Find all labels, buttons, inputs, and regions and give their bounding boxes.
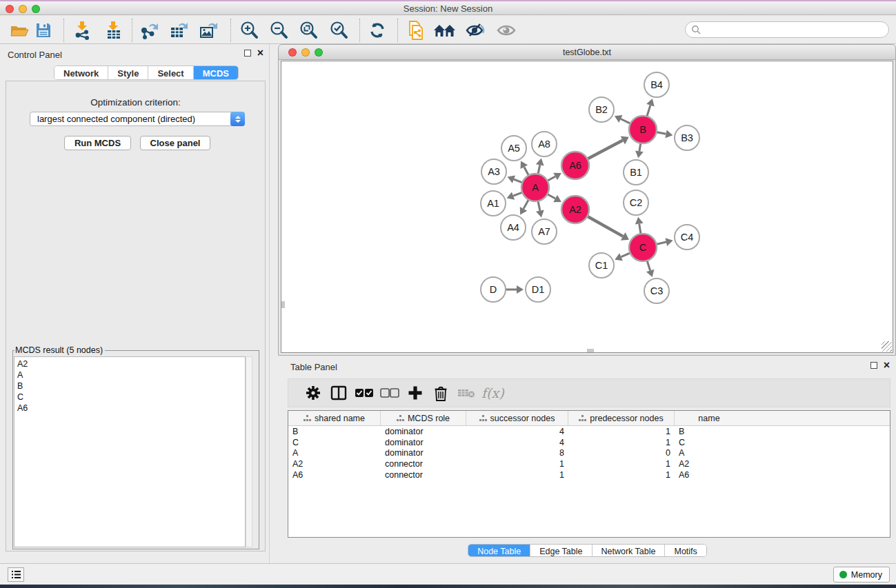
node-table-rows: Bdominator 41 B Cdominator 41 C Adominat…: [288, 426, 890, 480]
search-input[interactable]: [704, 23, 888, 36]
float-panel-icon[interactable]: [244, 50, 251, 57]
zoom-in-button[interactable]: [237, 19, 261, 41]
column-header-name[interactable]: name: [675, 411, 744, 425]
column-type-icon: [303, 415, 311, 422]
search-field[interactable]: [685, 21, 889, 38]
show-panels-button[interactable]: [8, 567, 24, 582]
graph-node-label: C4: [681, 232, 694, 243]
table-row[interactable]: A6connector 11 A6: [288, 469, 890, 480]
graph-arrowhead: [536, 159, 544, 166]
mcds-result-item[interactable]: A2: [17, 358, 245, 369]
show-all-button[interactable]: [495, 19, 518, 41]
network-window-title: testGlobe.txt: [279, 48, 895, 57]
export-network-button[interactable]: [138, 19, 161, 41]
import-table-button[interactable]: [102, 19, 126, 41]
tab-select[interactable]: Select: [148, 66, 193, 79]
tab-style[interactable]: Style: [108, 66, 148, 79]
mcds-result-list[interactable]: A2 A B C A6: [14, 356, 246, 547]
graph-arrowhead: [635, 217, 644, 225]
column-header-mcds-role[interactable]: MCDS role: [381, 411, 466, 425]
home-button[interactable]: [433, 19, 457, 41]
network-window-titlebar[interactable]: testGlobe.txt: [279, 45, 895, 60]
network-canvas[interactable]: B4B2BB3B1A5A8A6A3AA1A2C2A4A7CC4C1C3DD1: [281, 61, 893, 353]
toolbar-separator: [132, 19, 132, 42]
select-all-columns-button[interactable]: [351, 383, 377, 403]
list-icon: [12, 571, 21, 578]
mcds-result-item[interactable]: B: [17, 381, 245, 392]
column-header-successor-nodes[interactable]: successor nodes: [466, 411, 568, 425]
criterion-dropdown-value: largest connected component (directed): [30, 114, 230, 124]
export-image-button[interactable]: [197, 19, 221, 41]
table-row[interactable]: A2connector 11 A2: [288, 458, 890, 469]
memory-label: Memory: [851, 570, 882, 580]
column-type-icon: [397, 415, 404, 422]
optimization-criterion-label: Optimization criterion:: [6, 97, 265, 108]
memory-status-icon: [839, 571, 847, 578]
unselect-all-columns-button[interactable]: [377, 383, 402, 403]
table-row[interactable]: Adominator 80 A: [288, 448, 890, 459]
close-panel-button[interactable]: Close panel: [140, 136, 210, 150]
zoom-fit-icon: [299, 21, 318, 40]
function-builder-button[interactable]: f(x): [481, 385, 504, 401]
tab-mcds[interactable]: MCDS: [194, 66, 238, 79]
run-mcds-button[interactable]: Run MCDS: [64, 136, 131, 150]
table-row[interactable]: Bdominator 41 B: [288, 426, 890, 437]
tab-edge-table[interactable]: Edge Table: [530, 545, 592, 556]
dropdown-stepper-icon: [230, 112, 245, 126]
tab-network-table[interactable]: Network Table: [593, 545, 666, 556]
window-titlebar: Session: New Session: [0, 0, 896, 15]
mcds-result-item[interactable]: A6: [17, 403, 245, 414]
zoom-selected-icon: [329, 21, 348, 40]
zoom-in-icon: [239, 21, 259, 40]
memory-button[interactable]: Memory: [833, 567, 890, 582]
duplicate-network-button[interactable]: [404, 19, 428, 41]
column-header-shared-name[interactable]: shared name: [288, 411, 381, 425]
export-network-icon: [139, 21, 160, 40]
table-settings-button[interactable]: [300, 383, 326, 403]
zoom-out-button[interactable]: [267, 19, 290, 41]
close-table-panel-icon[interactable]: ×: [884, 362, 890, 369]
hide-selected-button[interactable]: [464, 19, 487, 41]
mcds-list-scrollbar[interactable]: [246, 356, 252, 547]
graph-edge-A2-C: [586, 216, 624, 236]
toolbar-separator: [230, 19, 231, 42]
graph-node-label: B: [639, 124, 646, 135]
mcds-result-item[interactable]: A: [17, 369, 245, 381]
control-panel-title: Control Panel: [8, 50, 62, 60]
toolbar-separator: [63, 19, 64, 42]
delete-column-button[interactable]: [428, 383, 453, 403]
desktop-wallpaper-strip: [0, 585, 896, 588]
import-network-button[interactable]: [71, 19, 94, 41]
tab-motifs[interactable]: Motifs: [665, 545, 706, 556]
delete-table-button[interactable]: [453, 383, 479, 403]
graph-arrowhead: [665, 238, 673, 246]
tab-node-table[interactable]: Node Table: [468, 545, 530, 556]
show-column-panel-button[interactable]: [326, 383, 351, 403]
mcds-result-box: MCDS result (5 nodes) A2 A B C A6: [12, 345, 259, 549]
zoom-out-icon: [269, 21, 288, 40]
checked-checkboxes-icon: [355, 388, 374, 398]
window-resize-grip[interactable]: [882, 341, 892, 352]
close-panel-icon[interactable]: ×: [257, 50, 263, 57]
refresh-icon: [368, 21, 387, 40]
column-header-predecessor-nodes[interactable]: predecessor nodes: [568, 411, 675, 425]
tab-network[interactable]: Network: [54, 66, 108, 79]
zoom-selected-button[interactable]: [327, 19, 350, 41]
open-file-button[interactable]: [8, 19, 31, 41]
table-row[interactable]: Cdominator 41 C: [288, 437, 890, 448]
graph-arrowhead: [517, 285, 524, 294]
float-table-panel-icon[interactable]: [870, 362, 877, 369]
toolbar-separator: [359, 19, 360, 42]
create-column-button[interactable]: [402, 383, 428, 403]
export-table-button[interactable]: [168, 19, 191, 41]
graph-node-label: A7: [538, 226, 550, 237]
graph-arrowhead: [665, 130, 673, 138]
column-type-icon: [479, 415, 487, 422]
refresh-button[interactable]: [366, 19, 389, 41]
zoom-fit-button[interactable]: [297, 19, 320, 41]
criterion-dropdown[interactable]: largest connected component (directed): [30, 112, 245, 126]
mcds-result-title: MCDS result (5 nodes): [14, 345, 105, 355]
save-session-button[interactable]: [32, 19, 55, 41]
canvas-scroll-mark: [281, 301, 285, 308]
mcds-result-item[interactable]: C: [17, 392, 245, 403]
